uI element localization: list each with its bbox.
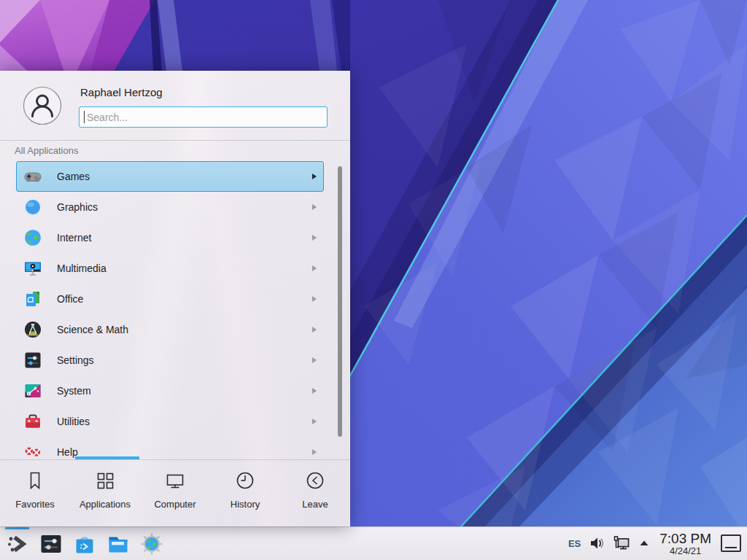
active-task-indicator: [5, 527, 29, 529]
web-browser-button[interactable]: [139, 531, 164, 556]
chevron-right-icon: [312, 296, 317, 302]
tab-label: History: [231, 499, 260, 510]
tab-favorites[interactable]: Favorites: [0, 460, 70, 526]
file-manager-button[interactable]: [105, 531, 131, 556]
launcher-header: Raphael Hertzog: [0, 71, 350, 141]
category-label: Graphics: [57, 201, 98, 213]
section-label: All Applications: [15, 145, 78, 156]
category-row-games[interactable]: Games: [16, 161, 324, 192]
category-label: Settings: [57, 354, 94, 366]
category-row-help[interactable]: Help: [16, 437, 324, 459]
category-label: Science & Math: [57, 324, 128, 335]
taskbar: ES 7:03 PM 4/24/21: [0, 526, 747, 560]
application-launcher: Raphael Hertzog All Applications Games: [0, 71, 350, 526]
bookmark-icon: [24, 470, 46, 494]
tab-computer[interactable]: Computer: [140, 460, 210, 526]
gamepad-icon: [23, 167, 42, 186]
monitor-play-icon: [23, 259, 42, 278]
category-row-science[interactable]: Science & Math: [16, 314, 324, 345]
tab-applications[interactable]: Applications: [70, 460, 140, 526]
discover-button[interactable]: [71, 531, 97, 556]
user-avatar[interactable]: [23, 86, 62, 125]
toolbox-icon: [23, 412, 42, 431]
show-desktop-button[interactable]: [721, 534, 741, 552]
chevron-right-icon: [312, 419, 317, 424]
category-label: Multimedia: [57, 262, 107, 274]
tab-leave[interactable]: Leave: [280, 460, 350, 526]
scrollbar[interactable]: [338, 166, 342, 437]
category-row-system[interactable]: System: [16, 376, 324, 406]
clock-date: 4/24/21: [670, 546, 701, 556]
category-label: Utilities: [57, 416, 90, 427]
system-tray: ES 7:03 PM 4/24/21: [568, 532, 747, 556]
globe-icon: [23, 228, 42, 247]
chevron-right-icon: [312, 357, 317, 363]
flask-icon: [23, 320, 42, 339]
active-tab-indicator: [75, 456, 139, 459]
category-label: System: [57, 385, 91, 397]
documents-icon: [23, 289, 42, 308]
system-settings-button[interactable]: [38, 531, 63, 556]
category-label: Games: [57, 171, 90, 182]
taskbar-launchers: [0, 531, 164, 556]
network-wired-icon[interactable]: [613, 534, 630, 552]
category-label: Office: [57, 293, 83, 305]
category-row-office[interactable]: Office: [16, 284, 324, 314]
category-row-utilities[interactable]: Utilities: [16, 406, 324, 437]
show-desktop-bar: [725, 547, 737, 548]
tab-label: Applications: [80, 499, 131, 510]
grid-icon: [94, 470, 116, 494]
category-row-multimedia[interactable]: Multimedia: [16, 253, 324, 284]
text-cursor: [84, 111, 85, 123]
volume-icon[interactable]: [589, 535, 605, 551]
expand-tray-icon[interactable]: [638, 537, 650, 549]
system-nodes-icon: [23, 381, 42, 400]
category-row-internet[interactable]: Internet: [16, 222, 324, 253]
clock[interactable]: 7:03 PM 4/24/21: [658, 532, 713, 556]
tab-history[interactable]: History: [210, 460, 280, 526]
category-row-settings[interactable]: Settings: [16, 345, 324, 376]
clock-time: 7:03 PM: [659, 532, 711, 546]
leave-icon: [304, 470, 326, 494]
tab-label: Computer: [154, 499, 196, 510]
chevron-right-icon: [312, 327, 317, 332]
chevron-right-icon: [312, 174, 317, 179]
application-launcher-button[interactable]: [4, 531, 30, 556]
user-name: Raphael Hertzog: [80, 86, 163, 98]
category-list: Games Graphics Interne: [0, 161, 350, 459]
chevron-right-icon: [312, 235, 317, 241]
keyboard-layout-indicator[interactable]: ES: [568, 538, 581, 549]
chevron-right-icon: [312, 204, 317, 210]
chevron-right-icon: [312, 449, 317, 455]
tab-label: Leave: [302, 499, 328, 510]
sliders-icon: [23, 351, 42, 370]
lifebuoy-icon: [23, 443, 42, 459]
clock-icon: [234, 470, 256, 494]
launcher-footer: Favorites Applications Comp: [0, 459, 350, 526]
category-label: Internet: [57, 232, 91, 244]
category-row-graphics[interactable]: Graphics: [16, 192, 324, 222]
search-input[interactable]: [79, 106, 328, 128]
chevron-right-icon: [312, 265, 317, 271]
tab-label: Favorites: [15, 499, 54, 510]
computer-icon: [164, 470, 186, 494]
search-field-wrap: [79, 106, 328, 128]
sphere-icon: [23, 198, 42, 217]
chevron-right-icon: [312, 388, 317, 394]
